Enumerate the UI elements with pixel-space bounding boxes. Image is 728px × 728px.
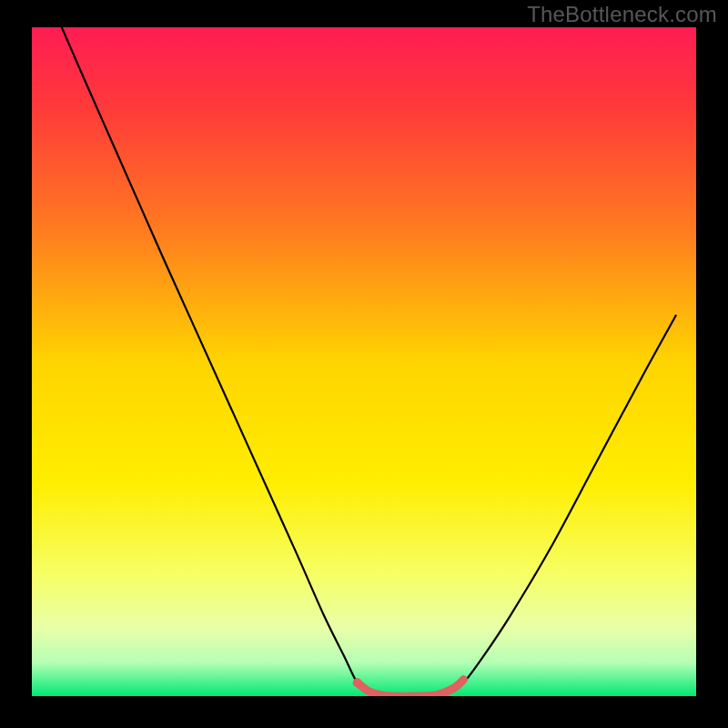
gradient-background	[32, 27, 696, 696]
bottleneck-chart	[0, 0, 728, 728]
watermark-text: TheBottleneck.com	[527, 2, 717, 27]
optimal-range-start-dot	[353, 678, 362, 687]
chart-frame: TheBottleneck.com	[0, 0, 728, 728]
